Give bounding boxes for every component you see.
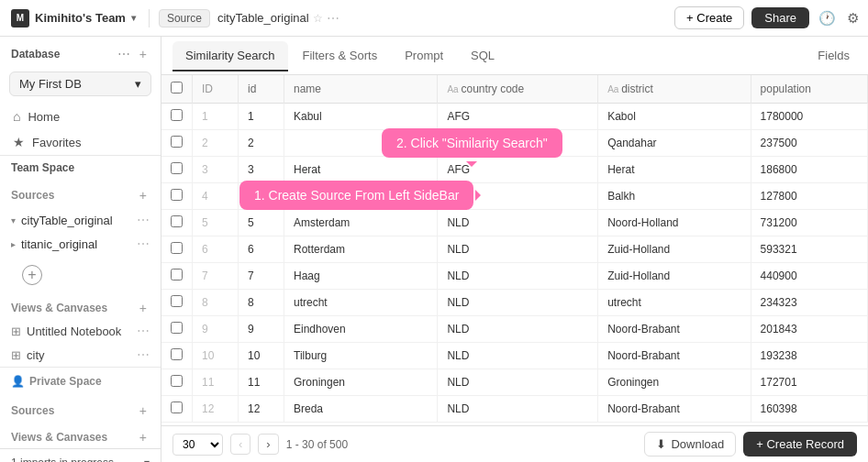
home-icon: ⌂ — [13, 109, 20, 124]
table-row: 1 1 Kabul AFG Kabol 1780000 — [161, 104, 868, 130]
table-row: 9 9 Eindhoven NLD Noord-Brabant 201843 — [161, 316, 868, 343]
source-item-titanic-more-icon[interactable]: ⋯ — [137, 236, 150, 251]
cell-name: Eindhoven — [284, 316, 438, 343]
private-sources-add-button[interactable]: + — [137, 402, 150, 419]
create-button[interactable]: + Create — [674, 6, 744, 29]
cell-checkbox — [161, 104, 193, 130]
cell-num: 9 — [239, 316, 284, 343]
cell-num: 7 — [239, 263, 284, 290]
cell-code: AFG — [438, 104, 598, 130]
th-name: name — [284, 75, 438, 104]
database-select-chevron-icon: ▾ — [135, 77, 141, 91]
settings-icon[interactable]: ⚙ — [845, 8, 861, 28]
add-source-button[interactable]: + — [22, 265, 42, 285]
sidebar-item-favorites[interactable]: ★ Favorites — [0, 129, 161, 155]
row-checkbox[interactable] — [171, 348, 183, 360]
cell-name: Kabul — [284, 104, 438, 130]
table-header-row: ID id name Aa country code Aa district p… — [161, 75, 868, 104]
next-page-button[interactable]: › — [258, 434, 278, 455]
sidebar-item-home[interactable]: ⌂ Home — [0, 104, 161, 129]
star-icon[interactable]: ☆ — [313, 12, 323, 25]
imports-progress[interactable]: 1 imports in progress ▾ — [0, 448, 161, 462]
cell-population: 237500 — [751, 130, 867, 157]
prev-page-button[interactable]: ‹ — [230, 434, 250, 455]
source-item-titanic[interactable]: ▸ titanic_original ⋯ — [0, 232, 161, 256]
private-sources-header: Sources + — [0, 395, 161, 422]
view-item-city[interactable]: ⊞ city ⋯ — [0, 343, 161, 367]
row-checkbox[interactable] — [171, 269, 183, 280]
cell-population: 1780000 — [751, 104, 867, 130]
row-checkbox[interactable] — [171, 189, 183, 201]
private-views-add-button[interactable]: + — [137, 429, 150, 446]
cell-num: 8 — [239, 290, 284, 316]
cell-population: 193238 — [751, 343, 867, 369]
cell-id: 11 — [193, 369, 239, 396]
share-button[interactable]: Share — [751, 7, 809, 28]
select-all-checkbox[interactable] — [171, 82, 183, 94]
create-record-button[interactable]: + Create Record — [743, 432, 857, 456]
row-checkbox[interactable] — [171, 109, 183, 121]
cell-population: 172701 — [751, 369, 867, 396]
fields-button[interactable]: Fields — [810, 45, 857, 66]
view-city-more-icon[interactable]: ⋯ — [137, 347, 150, 362]
tab-prompt[interactable]: Prompt — [392, 41, 456, 72]
source-item-chevron-icon: ▾ — [11, 215, 16, 226]
page-size-select[interactable]: 30 50 100 — [172, 434, 223, 456]
cell-num: 5 — [239, 210, 284, 236]
view-notebook-more-icon[interactable]: ⋯ — [137, 324, 150, 338]
sources-add-button[interactable]: + — [137, 187, 150, 204]
cell-population: 160398 — [751, 396, 867, 423]
view-item-notebook[interactable]: ⊞ Untitled Notebook ⋯ — [0, 319, 161, 343]
views-canvases-label: Views & Canvases — [11, 302, 107, 314]
source-item-citytable[interactable]: ▾ cityTable_original ⋯ — [0, 208, 161, 232]
cell-population: 731200 — [751, 210, 867, 236]
download-button[interactable]: ⬇ Download — [644, 432, 736, 456]
cell-district: Balkh — [598, 183, 751, 210]
table-row: 12 12 Breda NLD Noord-Brabant 160398 — [161, 396, 868, 423]
cell-district: utrecht — [598, 290, 751, 316]
tab-sql[interactable]: SQL — [458, 41, 507, 72]
row-checkbox[interactable] — [171, 136, 183, 148]
callout-2: 2. Click "Similarity Search" — [382, 128, 562, 158]
cell-id: 2 — [193, 130, 239, 157]
cell-district: Groningen — [598, 369, 751, 396]
cell-code: AFG — [438, 157, 598, 183]
cell-district: Noord-Brabant — [598, 396, 751, 423]
th-population: population — [751, 75, 867, 104]
row-checkbox[interactable] — [171, 375, 183, 387]
row-checkbox[interactable] — [171, 215, 183, 227]
history-icon[interactable]: 🕐 — [817, 8, 838, 28]
cell-code: NLD — [438, 369, 598, 396]
cell-checkbox — [161, 183, 193, 210]
database-add-button[interactable]: + — [137, 46, 150, 62]
top-bar: M Kimihito's Team ▾ Source cityTable_ori… — [0, 0, 868, 37]
city-icon: ⊞ — [11, 348, 21, 362]
more-options-icon[interactable]: ⋯ — [327, 11, 339, 26]
cell-id: 7 — [193, 263, 239, 290]
row-checkbox[interactable] — [171, 402, 183, 413]
logo: M Kimihito's Team ▾ — [7, 9, 139, 28]
source-item-more-icon[interactable]: ⋯ — [137, 213, 150, 227]
views-add-button[interactable]: + — [137, 300, 150, 316]
row-checkbox[interactable] — [171, 162, 183, 174]
th-code: Aa country code — [438, 75, 598, 104]
footer-right: ⬇ Download + Create Record — [644, 432, 857, 456]
tab-similarity-search[interactable]: Similarity Search — [172, 41, 288, 72]
row-checkbox[interactable] — [171, 322, 183, 334]
page-info: 1 - 30 of 500 — [286, 438, 348, 451]
cell-district: Herat — [598, 157, 751, 183]
table-row: 11 11 Groningen NLD Groningen 172701 — [161, 369, 868, 396]
views-list: ⊞ Untitled Notebook ⋯ ⊞ city ⋯ — [0, 319, 161, 367]
cell-code: NLD — [438, 236, 598, 263]
team-chevron-icon[interactable]: ▾ — [131, 13, 136, 23]
database-more-button[interactable]: ⋯ — [115, 46, 133, 62]
row-checkbox[interactable] — [171, 242, 183, 254]
sources-label: Sources — [11, 189, 54, 202]
row-checkbox[interactable] — [171, 295, 183, 307]
cell-num: 3 — [239, 157, 284, 183]
cell-population: 234323 — [751, 290, 867, 316]
tab-filters-sorts[interactable]: Filters & Sorts — [290, 41, 391, 72]
database-select[interactable]: My First DB ▾ — [9, 72, 151, 96]
table-row: 5 5 Amsterdam NLD Noord-Holland 731200 — [161, 210, 868, 236]
cell-code: NLD — [438, 210, 598, 236]
